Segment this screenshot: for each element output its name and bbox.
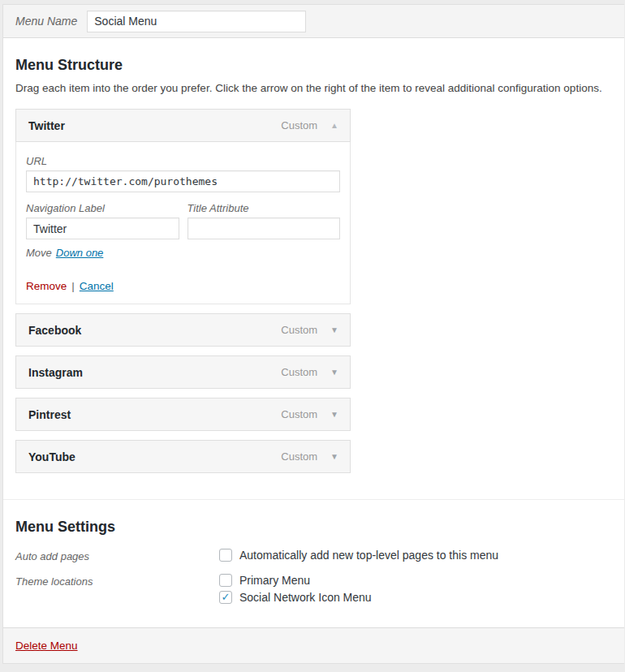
auto-add-pages-checkbox[interactable]	[219, 549, 232, 562]
menu-settings-title: Menu Settings	[15, 519, 612, 536]
menu-item-youtube: YouTube Custom ▼	[15, 440, 351, 473]
menu-item-title: Pintrest	[28, 408, 71, 421]
menu-item-title: Twitter	[28, 119, 65, 132]
menu-item-title: Facebook	[28, 324, 81, 337]
chevron-down-icon[interactable]: ▼	[330, 325, 338, 334]
delete-menu-link[interactable]: Delete Menu	[15, 640, 78, 652]
primary-menu-checkbox-label: Primary Menu	[239, 574, 310, 587]
chevron-up-icon[interactable]: ▲	[330, 121, 338, 130]
menu-item-handle-facebook[interactable]: Facebook Custom ▼	[15, 313, 351, 347]
menu-item-settings-twitter: URL Navigation Label Title Attribute	[15, 142, 351, 304]
menu-name-input[interactable]	[87, 11, 306, 32]
theme-locations-label: Theme locations	[15, 574, 219, 604]
theme-locations-row: Theme locations Primary Menu ✓ Social Ne…	[15, 574, 612, 604]
move-down-one-link[interactable]: Down one	[56, 247, 104, 259]
menu-structure-title: Menu Structure	[15, 57, 612, 74]
menu-editor-panel: Menu Name Menu Structure Drag each item …	[2, 4, 624, 664]
check-icon: ✓	[222, 592, 231, 602]
section-divider	[3, 499, 624, 500]
menu-item-handle-pintrest[interactable]: Pintrest Custom ▼	[15, 398, 351, 431]
menu-item-facebook: Facebook Custom ▼	[15, 313, 351, 347]
chevron-down-icon[interactable]: ▼	[330, 368, 338, 377]
menu-editor-body: Menu Structure Drag each item into the o…	[3, 57, 624, 604]
navigation-label-label: Navigation Label	[26, 202, 179, 214]
social-network-icon-menu-checkbox-label: Social Network Icon Menu	[239, 591, 372, 604]
menu-item-type-label: Custom	[281, 366, 317, 378]
menu-item-instagram: Instagram Custom ▼	[15, 355, 351, 389]
menu-item-twitter: Twitter Custom ▲ URL Navigation Label	[15, 109, 351, 304]
menu-item-pintrest: Pintrest Custom ▼	[15, 398, 351, 431]
menu-name-bar: Menu Name	[3, 5, 624, 38]
cancel-link[interactable]: Cancel	[80, 280, 114, 292]
menu-item-handle-twitter[interactable]: Twitter Custom ▲	[15, 109, 351, 142]
title-attribute-label: Title Attribute	[188, 202, 341, 214]
menu-item-title: YouTube	[28, 450, 75, 463]
title-attribute-input[interactable]	[188, 218, 341, 239]
menu-name-label: Menu Name	[15, 15, 77, 28]
url-input[interactable]	[26, 170, 340, 192]
chevron-down-icon[interactable]: ▼	[330, 452, 338, 461]
url-label: URL	[26, 155, 340, 167]
auto-add-pages-label: Auto add pages	[15, 549, 219, 562]
menu-item-type-label: Custom	[281, 450, 317, 463]
link-separator: |	[71, 280, 75, 292]
remove-link[interactable]: Remove	[26, 280, 67, 292]
auto-add-pages-checkbox-label: Automatically add new top-level pages to…	[239, 549, 498, 562]
menu-item-title: Instagram	[28, 366, 83, 379]
menu-item-type-label: Custom	[281, 324, 317, 336]
move-label: Move	[26, 247, 52, 259]
menu-structure-description: Drag each item into the order you prefer…	[15, 82, 612, 94]
auto-add-pages-row: Auto add pages Automatically add new top…	[15, 549, 612, 562]
menu-footer-bar: Delete Menu	[3, 627, 624, 663]
menu-item-handle-youtube[interactable]: YouTube Custom ▼	[15, 440, 351, 473]
menu-item-type-label: Custom	[281, 119, 317, 131]
menu-item-type-label: Custom	[281, 408, 317, 420]
chevron-down-icon[interactable]: ▼	[330, 410, 338, 419]
social-network-icon-menu-checkbox[interactable]: ✓	[219, 591, 232, 604]
navigation-label-input[interactable]	[26, 218, 179, 239]
menu-item-handle-instagram[interactable]: Instagram Custom ▼	[15, 355, 351, 389]
menu-items-list: Twitter Custom ▲ URL Navigation Label	[15, 109, 351, 473]
primary-menu-checkbox[interactable]	[219, 574, 232, 587]
